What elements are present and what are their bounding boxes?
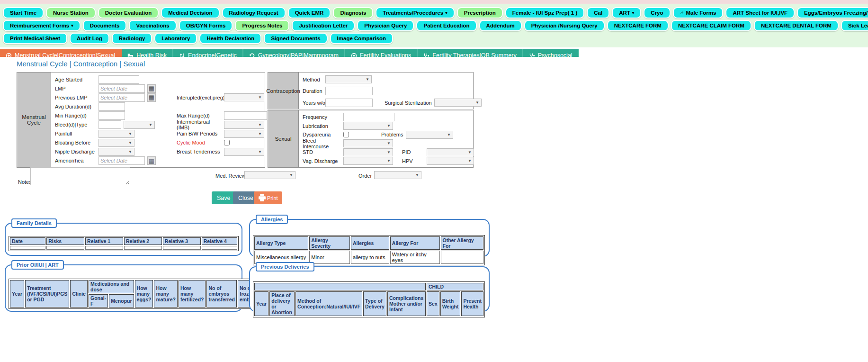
lmp-date-input[interactable] [98,84,145,93]
tab-print-medical-sheet[interactable]: Print Medical Sheet [3,33,67,44]
problems-select[interactable]: ▼ [406,131,453,139]
amenorrhea-date-input[interactable] [98,156,145,165]
chevron-down-icon: ▾ [71,24,73,28]
lubrication-select[interactable]: ▼ [343,122,393,130]
bleed-type-select[interactable]: ▼ [124,121,155,129]
tab-treatments-procedures[interactable]: Treatments/Procedures▾ [376,7,454,18]
save-button[interactable]: Save [212,191,236,204]
family-details-legend: Family Details [11,218,57,228]
tab-male-forms[interactable]: ♂Male Forms [673,7,724,18]
age-started-input[interactable] [98,75,139,84]
tab-quick-emr[interactable]: Quick EMR [288,7,331,18]
painfull-label: Painfull [55,131,98,136]
nipple-discharge-select[interactable]: ▼ [98,148,134,156]
tab-art-sheet-iui-ivf[interactable]: ART Sheet for IUI,IVF [725,7,795,18]
tab-obgyn-forms[interactable]: OB/GYN Forms [179,20,233,31]
notes-label: Notes [18,179,32,185]
print-button[interactable]: Print [254,191,282,204]
tab-medical-decision[interactable]: Medical Decision [161,7,219,18]
family-details-fieldset: Family Details Date Risks Relative 1 Rel… [5,223,242,256]
table-row: Allergy Type Allergy Severity Allergies … [254,236,483,250]
order-select[interactable]: ▼ [374,171,421,179]
nav-row-1: Start Time Nurse Station Doctor Evaluati… [3,7,868,18]
pain-bw-periods-label: Pain B/W Periods [177,131,224,136]
notes-textarea[interactable] [30,167,130,185]
tab-art[interactable]: ART▾ [612,7,641,18]
method-label: Method [303,77,325,82]
calendar-icon[interactable]: ▦ [147,84,156,93]
tab-physician-nursing-query[interactable]: Physician /Nursing Query [524,20,605,31]
menstrual-cycle-box: Menstrual Cycle Age Started LMP ▦ Previo… [17,72,265,168]
max-range-input[interactable] [224,111,267,120]
tab-image-comparison[interactable]: Image Comparison [330,33,394,44]
duration-input[interactable] [325,87,373,95]
age-started-label: Age Started [55,77,98,82]
avg-duration-label: Avg Duration(d) [55,104,98,109]
amenorrhea-label: Amenorrhea [55,158,98,163]
bloating-before-select[interactable]: ▼ [98,139,134,147]
table-row: Year Place of delivery or Abortion Metho… [254,291,483,316]
bleed-intercourse-select[interactable]: ▼ [343,139,393,147]
tab-radiology-request[interactable]: Radiology Request [222,7,286,18]
printer-icon [258,194,266,202]
lubrication-label: Lubrication [303,123,343,129]
tab-nextcare-form[interactable]: NEXTCARE FORM [607,20,669,31]
calendar-icon[interactable]: ▦ [147,93,156,102]
pain-bw-periods-select[interactable]: ▼ [224,130,264,138]
tab-prescription[interactable]: Prescription [457,7,503,18]
med-review-select[interactable]: ▼ [244,171,295,179]
tab-progress-notes[interactable]: Progress Notes [235,20,289,31]
intermenstrual-select[interactable]: ▼ [224,121,264,129]
tab-doctor-evaluation[interactable]: Doctor Evaluation [98,7,159,18]
nav-row-2: Reimbursement Forms▾ Documents Vaccinati… [3,20,868,31]
surgical-sterilization-select[interactable]: ▼ [434,99,482,107]
tab-cryo[interactable]: Cryo [644,7,670,18]
tab-nextcare-claim-form[interactable]: NEXTCARE CLAIM FORM [671,20,752,31]
tab-start-time[interactable]: Start Time [3,7,44,18]
hpv-select[interactable]: ▼ [427,157,474,165]
vag-discharge-select[interactable]: ▼ [343,157,393,165]
tab-patient-education[interactable]: Patient Education [416,20,476,31]
painfull-select[interactable]: ▼ [98,130,134,138]
std-select[interactable]: ▼ [343,148,393,156]
tab-addendum[interactable]: Addendum [479,20,522,31]
tab-physician-query[interactable]: Physician Query [357,20,414,31]
tab-eggs-embryos-freezing-thawing[interactable]: Eggs/Embryos Freezing/Thawing Sheet [797,7,868,18]
tab-health-declaration[interactable]: Health Declaration [199,33,261,44]
tab-female-iui-spz-prep[interactable]: Female - IUI Spz Prep( 1 ) [505,7,584,18]
breast-tenderness-select[interactable]: ▼ [224,148,264,156]
min-range-label: Min Range(d) [55,113,98,118]
menstrual-cycle-section-label: Menstrual Cycle [17,72,51,167]
duration-label: Duration [303,88,325,94]
tab-laboratory[interactable]: Laboratory [154,33,197,44]
tab-vaccinations[interactable]: Vaccinations [129,20,176,31]
cyclic-mood-checkbox[interactable] [224,140,230,145]
dyspareuria-checkbox[interactable] [343,132,349,137]
tab-documents[interactable]: Documents [83,20,127,31]
prior-oi-iui-art-fieldset: Prior OI/IUI | ART Year Treatment (IVF/I… [5,264,242,312]
tab-reimbursement-forms[interactable]: Reimbursement Forms▾ [3,20,81,31]
page-title: Menstrual Cycle | Contraception | Sexual [17,60,145,68]
tab-diagnosis[interactable]: Diagnosis [333,7,373,18]
tab-nurse-station[interactable]: Nurse Station [46,7,96,18]
tab-audit-log[interactable]: Audit Log [70,33,109,44]
top-strip [0,0,868,4]
sexual-section-label: Sexual [268,110,299,167]
tab-nextcare-dental-form[interactable]: NEXTCARE DENTAL FORM [754,20,839,31]
interupted-select[interactable]: ▼ [224,93,264,101]
tab-signed-documents[interactable]: Signed Documents [264,33,327,44]
bleed-days-input[interactable] [98,120,121,129]
method-select[interactable]: ▼ [325,75,372,83]
min-range-input[interactable] [98,111,125,120]
years-wo-input[interactable] [325,99,373,107]
pid-select[interactable]: ▼ [427,148,474,156]
pid-label: PID [402,149,427,155]
tab-justification-letter[interactable]: Justification Letter [292,20,355,31]
tab-radiology[interactable]: Radiology [112,33,152,44]
calendar-icon[interactable]: ▦ [147,156,156,165]
tab-cal[interactable]: Cal [587,7,609,18]
avg-duration-input[interactable] [98,102,125,111]
tab-sick-leave[interactable]: Sick Leave [841,20,868,31]
previous-lmp-date-input[interactable] [98,93,145,102]
frequency-input[interactable] [343,113,394,121]
